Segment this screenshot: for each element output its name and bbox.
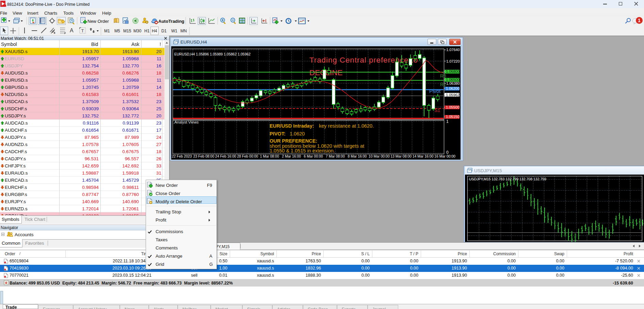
svg-text:16 Mar 00:00: 16 Mar 00:00: [434, 154, 455, 158]
svg-text:1.05962: 1.05962: [446, 93, 460, 97]
svg-text:OUR PREFERENCE:: OUR PREFERENCE:: [270, 138, 317, 144]
svg-text:1.07640: 1.07640: [446, 48, 460, 52]
svg-text:1: 1: [446, 119, 449, 124]
svg-text:1.06200: 1.06200: [446, 86, 460, 91]
svg-text:EUR/USD Intraday:: EUR/USD Intraday:: [270, 123, 314, 129]
svg-text:10 Mar 00:00: 10 Mar 00:00: [369, 154, 390, 158]
svg-text:1 Mar 08:00: 1 Mar 08:00: [260, 154, 279, 158]
svg-text:Pivot: Pivot: [429, 88, 441, 94]
svg-text:.Analyst Views: .Analyst Views: [173, 120, 199, 124]
svg-text:E: E: [54, 32, 55, 34]
svg-text:1.0620: 1.0620: [290, 131, 305, 136]
svg-text:T: T: [81, 28, 84, 33]
svg-text:1.07220: 1.07220: [446, 59, 460, 63]
svg-text:EURUSD,H4 1.05896 1.05989 1.0: EURUSD,H4 1.05896 1.05989 1.05862 1.0596…: [174, 52, 251, 56]
svg-text:S1: S1: [434, 108, 440, 113]
svg-text:1.05500: 1.05500: [446, 105, 460, 109]
svg-text:8 Mar 16:00: 8 Mar 16:00: [348, 154, 367, 158]
svg-text:28 Feb 00:00: 28 Feb 00:00: [237, 154, 258, 158]
svg-text:23 Feb 08:00: 23 Feb 08:00: [193, 154, 214, 158]
svg-text:1.0550 & 1.0515 in extension.: 1.0550 & 1.0515 in extension.: [270, 148, 335, 153]
svg-text:1.05150: 1.05150: [446, 115, 460, 119]
svg-text:1: 1: [638, 18, 641, 23]
svg-text:F: F: [64, 32, 66, 34]
svg-text:PIVOT:: PIVOT:: [270, 131, 286, 136]
svg-text:6 Mar 00:00: 6 Mar 00:00: [304, 154, 323, 158]
svg-text:2 Mar 16:00: 2 Mar 16:00: [282, 154, 301, 158]
svg-text:13 Mar 08:00: 13 Mar 08:00: [390, 154, 412, 158]
svg-text:R2: R2: [440, 82, 446, 87]
svg-text:24 Feb 16:00: 24 Feb 16:00: [215, 154, 236, 158]
svg-text:22 Feb 2023: 22 Feb 2023: [172, 154, 192, 158]
svg-text:1.06800: 1.06800: [446, 69, 460, 74]
svg-text:14 Mar 16:00: 14 Mar 16:00: [413, 154, 434, 158]
svg-text:key resistance at 1.0620.: key resistance at 1.0620.: [319, 123, 374, 129]
svg-text:1.06380: 1.06380: [446, 81, 460, 85]
svg-text:1.06500: 1.06500: [446, 78, 460, 82]
svg-text:USDJPY,M15 132.783 132.799 13: USDJPY,M15 132.783 132.799 132.708 132.7…: [469, 177, 546, 181]
svg-text:7 Mar 08:00: 7 Mar 08:00: [326, 154, 345, 158]
